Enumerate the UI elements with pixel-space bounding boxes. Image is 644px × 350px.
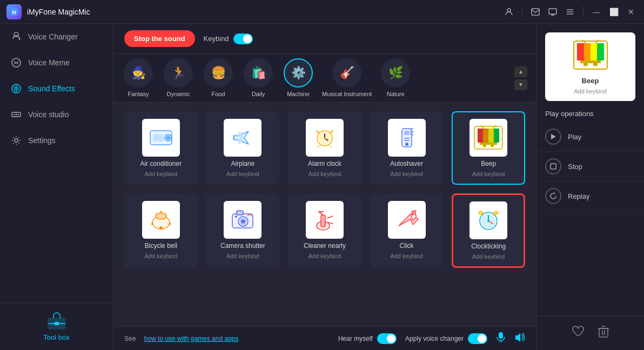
autoshaver-icon: [388, 119, 426, 157]
svg-point-11: [17, 61, 18, 62]
svg-rect-85: [599, 328, 608, 337]
replay-circle: [545, 188, 561, 204]
voice-meme-icon: [11, 57, 22, 68]
sound-card-air-conditioner[interactable]: Air conditioner Add keybind: [124, 111, 198, 185]
svg-rect-42: [483, 129, 488, 143]
minimize-icon[interactable]: —: [590, 5, 603, 18]
sidebar-item-sound-effects[interactable]: Sound Effects: [0, 76, 113, 102]
sound-card-bicycle-bell[interactable]: Bicycle bell Add keybind: [124, 193, 198, 268]
sound-card-camera-shutter[interactable]: Camera shutter Add keybind: [206, 193, 280, 268]
bottom-bar: See how to use with games and apps Hear …: [113, 326, 536, 350]
cleaner-icon: [306, 201, 344, 239]
svg-text:M: M: [12, 10, 16, 15]
apply-voice-changer-toggle[interactable]: [468, 333, 487, 344]
sidebar-item-settings[interactable]: Settings: [0, 127, 113, 153]
favorite-button[interactable]: [572, 325, 585, 341]
sound-card-cleaner-nearly[interactable]: Cleaner nearly Add keybind: [288, 193, 361, 268]
food-label: Food: [211, 91, 225, 98]
keybind-toggle[interactable]: [233, 33, 253, 44]
sidebar-label-sound-effects: Sound Effects: [28, 84, 75, 93]
musical-label: Musical Instrument: [322, 91, 372, 98]
category-musical[interactable]: 🎸 Musical Instrument: [322, 58, 372, 98]
autoshaver-keybind: Add keybind: [390, 171, 423, 177]
click-keybind: Add keybind: [390, 253, 423, 259]
preview-name: Beep: [582, 77, 599, 85]
svg-point-69: [494, 211, 498, 214]
app-title: iMyFone MagicMic: [27, 8, 502, 16]
svg-rect-84: [551, 164, 556, 169]
bicycle-bell-name: Bicycle bell: [145, 242, 177, 250]
sound-card-autoshaver[interactable]: Autoshaver Add keybind: [370, 111, 444, 185]
maximize-icon[interactable]: ⬜: [607, 5, 620, 18]
play-button[interactable]: Play: [536, 122, 644, 152]
air-conditioner-icon: [142, 119, 180, 157]
svg-marker-83: [551, 134, 556, 139]
how-to-use-link[interactable]: how to use with games and apps: [144, 335, 239, 342]
delete-button[interactable]: [598, 325, 609, 341]
sidebar-item-voice-studio[interactable]: Voice studio: [0, 102, 113, 127]
svg-rect-80: [593, 63, 598, 66]
beep-keybind: Add keybind: [472, 171, 505, 177]
replay-button[interactable]: Replay: [536, 181, 644, 211]
sidebar-item-voice-changer[interactable]: Voice Changer: [0, 24, 113, 50]
menu-icon[interactable]: [564, 5, 576, 18]
toolbox-label: Tool box: [43, 333, 69, 341]
svg-rect-4: [549, 9, 556, 14]
mic-icon[interactable]: [496, 332, 506, 345]
svg-rect-79: [583, 63, 588, 66]
settings-icon: [11, 135, 22, 146]
category-daily[interactable]: 🛍️ Daily: [242, 58, 274, 98]
svg-rect-55: [237, 211, 243, 215]
sound-card-click[interactable]: Click Add keybind: [370, 193, 444, 268]
dynamic-label: Dynamic: [167, 91, 190, 98]
toolbox-item[interactable]: Tool box: [0, 302, 113, 350]
scroll-up-arrow[interactable]: ▲: [514, 66, 527, 77]
category-machine[interactable]: ⚙️ Machine: [282, 58, 314, 98]
stop-button[interactable]: Stop: [536, 152, 644, 181]
category-fantasy[interactable]: 🧙 Fantasy: [122, 58, 155, 98]
svg-point-10: [14, 61, 15, 62]
stop-sound-button[interactable]: Stop the sound: [124, 30, 195, 47]
airplane-keybind: Add keybind: [226, 171, 259, 177]
right-bottom-icons: [536, 316, 644, 350]
bicycle-bell-icon: [142, 201, 180, 239]
profile-icon[interactable]: [502, 5, 515, 18]
sidebar-item-voice-meme[interactable]: Voice Meme: [0, 50, 113, 76]
sidebar-label-settings: Settings: [28, 136, 56, 145]
voice-studio-icon: [11, 109, 22, 120]
svg-point-53: [159, 226, 163, 230]
mail-icon[interactable]: [529, 5, 542, 18]
scroll-down-arrow[interactable]: ▼: [514, 79, 527, 90]
speaker-icon[interactable]: [514, 332, 525, 345]
sidebar-label-voice-changer: Voice Changer: [28, 32, 78, 41]
play-circle: [545, 129, 561, 145]
hear-myself-toggle[interactable]: [377, 333, 397, 344]
category-food[interactable]: 🍔 Food: [202, 58, 234, 98]
sound-card-clockticking[interactable]: Clockticking Add keybind: [452, 193, 525, 268]
titlebar: M iMyFone MagicMic — ⬜ ✕: [0, 0, 644, 24]
category-nature[interactable]: 🌿 Nature: [379, 58, 412, 98]
sound-card-airplane[interactable]: Airplane Add keybind: [206, 111, 280, 185]
category-dynamic[interactable]: 🏃 Dynamic: [162, 58, 194, 98]
svg-rect-45: [480, 143, 497, 145]
sound-grid-container: Air conditioner Add keybind Airplane Add…: [113, 103, 536, 326]
stop-label: Stop: [568, 163, 582, 171]
sound-card-alarm-clock[interactable]: Alarm clock Add keybind: [288, 111, 361, 185]
svg-point-51: [156, 213, 166, 219]
sound-card-beep[interactable]: Beep Add keybind: [452, 111, 525, 185]
svg-rect-47: [491, 145, 494, 147]
category-bar: 🧙 Fantasy 🏃 Dynamic 🍔 Food 🛍️ Daily ⚙️: [113, 54, 536, 103]
nature-label: Nature: [387, 91, 405, 98]
apply-voice-changer-row: Apply voice changer: [405, 333, 487, 344]
monitor-icon[interactable]: [546, 5, 559, 18]
voice-changer-icon: [11, 31, 22, 42]
fantasy-label: Fantasy: [128, 91, 149, 98]
sep1: [522, 6, 522, 17]
close-icon[interactable]: ✕: [625, 5, 638, 18]
sidebar: Voice Changer Voice Meme Sound Effects V…: [0, 24, 113, 350]
bottom-right-controls: Hear myself Apply voice changer: [338, 332, 525, 345]
svg-rect-3: [532, 9, 539, 15]
svg-point-68: [479, 211, 483, 214]
svg-rect-19: [55, 322, 59, 325]
svg-rect-74: [577, 43, 584, 60]
